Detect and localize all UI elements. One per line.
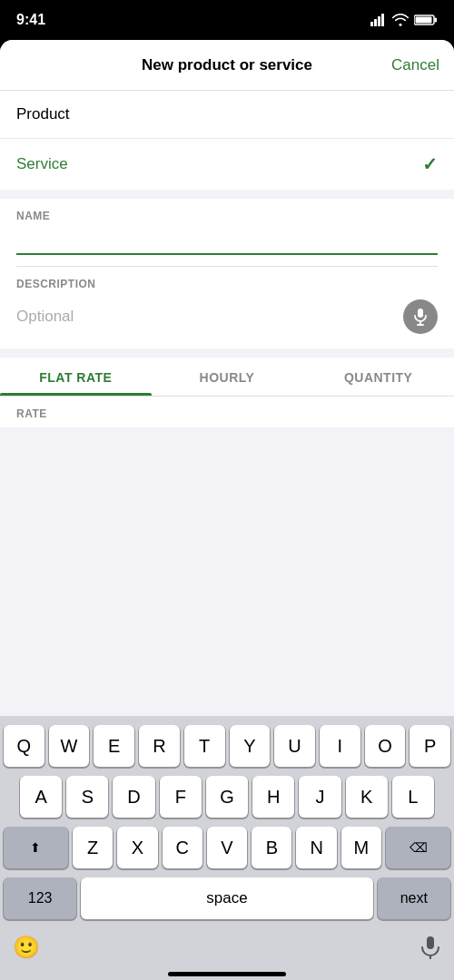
key-a[interactable]: A bbox=[20, 776, 62, 818]
key-h[interactable]: H bbox=[252, 776, 294, 818]
key-p[interactable]: P bbox=[410, 725, 450, 767]
battery-icon bbox=[414, 14, 438, 26]
svg-rect-3 bbox=[381, 14, 384, 26]
tabs-header: FLAT RATE HOURLY QUANTITY bbox=[0, 358, 454, 397]
key-l[interactable]: L bbox=[392, 776, 434, 818]
tab-flat-rate[interactable]: FLAT RATE bbox=[0, 358, 152, 396]
key-c[interactable]: C bbox=[163, 827, 202, 868]
svg-rect-0 bbox=[370, 22, 373, 26]
name-input[interactable] bbox=[16, 228, 438, 255]
status-time: 9:41 bbox=[16, 12, 45, 28]
key-n[interactable]: N bbox=[296, 827, 336, 868]
description-label: DESCRIPTION bbox=[16, 278, 438, 290]
key-t[interactable]: T bbox=[184, 725, 225, 767]
status-bar: 9:41 bbox=[0, 0, 454, 40]
key-z[interactable]: Z bbox=[73, 827, 113, 868]
wifi-icon bbox=[392, 14, 409, 26]
tab-hourly[interactable]: HOURLY bbox=[152, 358, 303, 396]
svg-rect-1 bbox=[374, 19, 377, 26]
description-field-group: DESCRIPTION Optional bbox=[16, 267, 438, 348]
tab-quantity[interactable]: QUANTITY bbox=[302, 358, 454, 396]
key-f[interactable]: F bbox=[160, 776, 202, 818]
keyboard-row-3: ⬆ Z X C V B N M ⌫ bbox=[4, 827, 450, 868]
key-o[interactable]: O bbox=[365, 725, 406, 767]
key-v[interactable]: V bbox=[207, 827, 247, 868]
key-k[interactable]: K bbox=[346, 776, 388, 818]
key-i[interactable]: I bbox=[320, 725, 360, 767]
sheet: New product or service Cancel Product Se… bbox=[0, 40, 454, 980]
key-d[interactable]: D bbox=[113, 776, 154, 818]
name-label: NAME bbox=[16, 210, 438, 222]
type-section: Product Service ✓ bbox=[0, 91, 454, 190]
key-x[interactable]: X bbox=[117, 827, 157, 868]
key-s[interactable]: S bbox=[66, 776, 108, 818]
key-m[interactable]: M bbox=[341, 827, 381, 868]
name-field-group: NAME bbox=[16, 199, 438, 267]
sheet-header: New product or service Cancel bbox=[0, 40, 454, 91]
shift-key[interactable]: ⬆ bbox=[4, 827, 68, 868]
dictation-icon[interactable] bbox=[419, 936, 441, 959]
keyboard-bottom-row: 123 space next bbox=[4, 877, 450, 919]
tabs-section: FLAT RATE HOURLY QUANTITY RATE bbox=[0, 358, 454, 427]
product-type-item[interactable]: Product bbox=[0, 91, 454, 139]
mic-icon bbox=[413, 308, 428, 326]
key-b[interactable]: B bbox=[252, 827, 291, 868]
key-w[interactable]: W bbox=[49, 725, 90, 767]
home-indicator bbox=[168, 972, 286, 976]
keyboard-row-2: A S D F G H J K L bbox=[4, 776, 450, 818]
service-label: Service bbox=[16, 155, 68, 173]
numbers-key[interactable]: 123 bbox=[4, 877, 76, 919]
product-label: Product bbox=[16, 105, 70, 123]
sheet-title: New product or service bbox=[142, 56, 312, 74]
cancel-button[interactable]: Cancel bbox=[391, 56, 439, 74]
signal-icon bbox=[370, 14, 387, 26]
keyboard-row-1: Q W E R T Y U I O P bbox=[4, 725, 450, 767]
rate-label: RATE bbox=[16, 407, 438, 420]
form-section: NAME DESCRIPTION Optional bbox=[0, 199, 454, 348]
emoji-key[interactable]: 🙂 bbox=[13, 935, 40, 960]
key-e[interactable]: E bbox=[94, 725, 134, 767]
svg-rect-5 bbox=[416, 17, 432, 24]
key-g[interactable]: G bbox=[206, 776, 248, 818]
key-u[interactable]: U bbox=[274, 725, 315, 767]
space-key[interactable]: space bbox=[81, 877, 372, 919]
description-placeholder[interactable]: Optional bbox=[16, 308, 74, 326]
key-y[interactable]: Y bbox=[230, 725, 271, 767]
check-icon: ✓ bbox=[422, 153, 438, 175]
backspace-key[interactable]: ⌫ bbox=[386, 827, 450, 868]
mic-button[interactable] bbox=[403, 299, 438, 334]
key-r[interactable]: R bbox=[139, 725, 180, 767]
service-type-item[interactable]: Service ✓ bbox=[0, 139, 454, 190]
keyboard: Q W E R T Y U I O P A S D F G H J K L ⬆ … bbox=[0, 716, 454, 980]
next-key[interactable]: next bbox=[378, 877, 450, 919]
svg-rect-2 bbox=[378, 16, 380, 26]
svg-rect-6 bbox=[435, 18, 438, 23]
key-j[interactable]: J bbox=[299, 776, 340, 818]
key-q[interactable]: Q bbox=[4, 725, 44, 767]
description-row: Optional bbox=[16, 296, 438, 338]
svg-rect-10 bbox=[427, 936, 434, 949]
rate-label-row: RATE bbox=[0, 397, 454, 427]
status-icons bbox=[370, 14, 438, 26]
svg-rect-7 bbox=[418, 309, 423, 318]
keyboard-extras-row: 🙂 bbox=[4, 925, 450, 966]
